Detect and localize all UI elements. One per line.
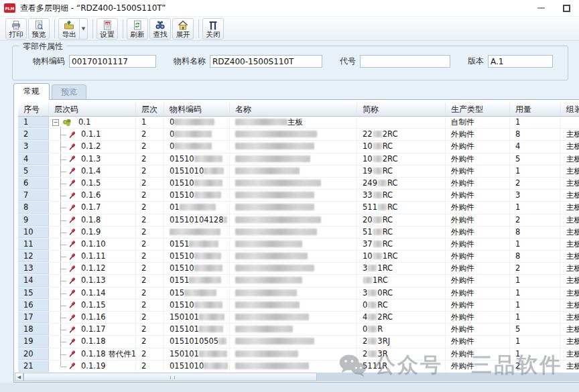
collapse-toggle-icon[interactable]: − [52,119,59,126]
table-row[interactable]: 16 0.1.15 2 01510 0RC 外购件 1 主板 [18,300,579,312]
censored-text [373,253,382,259]
level-code-cell[interactable]: 0.1.19 [49,361,136,372]
header-level[interactable]: 层次 [136,103,164,116]
version-field[interactable] [488,55,553,68]
table-row[interactable]: 7 0.1.6 2 01510 33RC 外购件 3 主板 [18,190,579,202]
short-name-cell: 222RC [357,129,446,140]
level-code-cell[interactable]: 0.1.18 替代件1 [49,348,136,360]
header-name[interactable]: 名称 [230,103,357,116]
level-code-cell[interactable]: 0.1.17 [49,324,136,335]
censored-text [235,302,300,308]
table-row[interactable]: 9 0.1.8 2 01510104128 20RC 外购件 2 主板 [18,214,579,226]
table-row[interactable]: 1 −0.1 1 0 主板 自制件 1 [18,117,579,129]
header-production-type[interactable]: 生产类型 [446,103,510,116]
level-code-cell[interactable]: 0.1.15 [49,300,136,311]
minimize-button[interactable] [531,2,551,15]
symbol-field[interactable] [360,55,450,68]
level-code-cell[interactable]: 0.1.16 [49,312,136,323]
assembly-pos-cell: 主板 [561,129,579,140]
tab-preview[interactable]: 预览 [52,84,86,100]
table-row[interactable]: 3 0.1.2 2 0 10RC 外购件 4 主板 [18,141,579,153]
material-code-field[interactable] [69,55,156,68]
table-row[interactable]: 8 0.1.7 2 01 511RC 外购件 1 主板 [18,202,579,214]
level-code-cell[interactable]: 0.1.10 [49,239,136,250]
quantity-cell: 3 [510,190,561,201]
header-assembly-pos[interactable]: 组装位 [561,103,579,116]
row-number: 15 [18,287,49,299]
censored-text [235,338,314,344]
level-code-cell[interactable]: 0.1.3 [49,153,136,165]
table-row[interactable]: 15 0.1.14 2 015 30RC 外购件 1 主板 [18,287,579,300]
assembly-pos-cell: 主板 [561,324,579,335]
name-cell [230,214,357,226]
header-index[interactable]: 序号 [18,103,49,116]
level-code-text: 0.1.16 [81,312,106,322]
scroll-left-arrow[interactable]: ◀ [15,373,23,381]
header-quantity[interactable]: 用量 [510,103,561,116]
export-label: 导出 [62,31,76,38]
table-row[interactable]: 6 0.1.5 2 01510 249RC 外购件 2 主板 [18,178,579,190]
expand-button[interactable]: 展开 [172,18,194,40]
level-code-cell[interactable]: 0.1.18 [49,336,136,347]
name-cell [230,300,357,311]
material-name-field[interactable] [210,55,322,68]
table-row[interactable]: 14 0.1.13 2 0151 1RC 外购件 1 主板 [18,275,579,287]
production-type-cell: 外购件 [446,141,510,152]
level-code-cell[interactable]: 0.1.2 [49,141,136,152]
level-code-cell[interactable]: 0.1.7 [49,202,136,213]
level-code-cell[interactable]: 0.1.6 [49,190,136,201]
level-code-cell[interactable]: −0.1 [49,117,136,128]
table-row[interactable]: 12 0.1.11 2 01510 101RC 外购件 8 主板 [18,251,579,263]
tab-general[interactable]: 常规 [13,83,50,100]
level-code-cell[interactable]: 0.1.4 [49,166,136,177]
level-code-cell[interactable]: 0.1.12 [49,263,136,274]
export-dropdown-button[interactable]: ▼ [80,18,88,40]
table-row[interactable]: 10 0.1.9 2 51RC 外购件 8 主板 [18,226,579,239]
level-cell: 2 [136,202,164,213]
name-cell [230,336,357,347]
preview-button[interactable]: 预览 [28,18,50,40]
table-row[interactable]: 2 0.1.1 2 0 222RC 外购件 8 主板 [18,129,579,141]
table-row[interactable]: 17 0.1.16 2 150101 42RC 外购件 1 主板 [18,312,579,324]
table-row[interactable]: 19 0.1.18 2 0151010505 23RJ 外购件 1 主板 [18,336,579,348]
assembly-pos-cell: 主板 [561,153,579,165]
print-label: 打印 [9,31,23,38]
level-code-cell[interactable]: 0.1.5 [49,178,136,189]
level-code-cell[interactable]: 0.1.8 [49,214,136,226]
level-code-cell[interactable]: 0.1.1 [49,129,136,140]
table-row[interactable]: 13 0.1.12 2 01510 31RC 外购件 2 主板 [18,263,579,275]
table-row[interactable]: 18 0.1.17 2 015101 0R 外购件 5 主板 [18,324,579,336]
table-row[interactable]: 11 0.1.10 2 0151 37RC 外购件 1 主板 [18,239,579,251]
table-row[interactable]: 5 0.1.4 2 0151010 19RC 外购件 1 主板 [18,166,579,178]
tree-line [60,245,66,245]
maximize-button[interactable] [556,2,576,15]
print-button[interactable]: 打印 [5,18,27,40]
header-short-name[interactable]: 简称 [357,103,446,116]
find-button[interactable]: 查找 [149,18,171,40]
level-code-cell[interactable]: 0.1.9 [49,226,136,238]
header-level-code[interactable]: 层次码 [49,103,136,116]
row-number: 14 [18,275,49,286]
level-code-cell[interactable]: 0.1.14 [49,287,136,299]
assembly-pos-cell: 主板 [561,263,579,274]
export-button[interactable]: 导出 [58,18,80,40]
refresh-button[interactable]: 刷新 [127,18,148,40]
table-row[interactable]: 21 0.1.19 2 0151010 5111R 外购件 2 主板 [18,361,579,372]
censored-text [218,338,227,344]
settings-button[interactable]: ab 设置 [96,18,118,40]
production-type-cell: 外购件 [446,239,510,250]
material-code-cell: 0151010505 [164,336,230,347]
close-button[interactable]: 关闭 [202,18,224,40]
level-code-text: 0.1.17 [81,324,106,334]
row-number: 10 [18,226,49,238]
export-icon [64,20,74,30]
level-code-cell[interactable]: 0.1.11 [49,251,136,262]
horizontal-scrollbar[interactable]: ◀ [15,373,579,381]
table-row[interactable]: 4 0.1.3 2 01510 102RC 外购件 5 主板 [18,153,579,166]
table-row[interactable]: 20 0.1.18 替代件1 2 150101 23R 外购件 1 主板 [18,348,579,361]
header-material-code[interactable]: 物料编码 [164,103,230,116]
assembly-pos-cell: 主板 [561,178,579,189]
production-type-cell: 外购件 [446,312,510,323]
level-code-cell[interactable]: 0.1.13 [49,275,136,286]
scrollbar-thumb[interactable] [23,373,317,381]
